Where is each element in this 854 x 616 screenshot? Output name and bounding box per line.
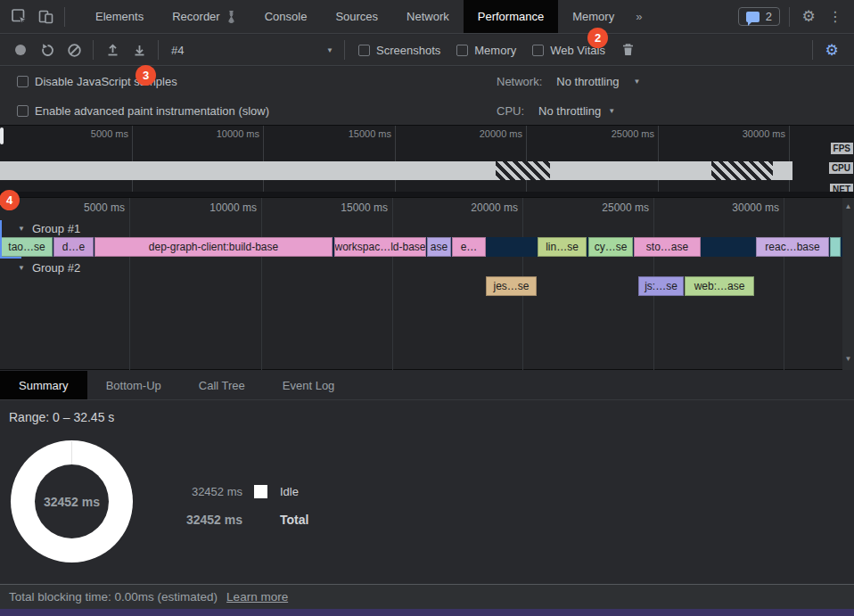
tab-sources[interactable]: Sources bbox=[321, 0, 392, 33]
load-profile-icon[interactable] bbox=[99, 37, 126, 63]
flame-chart[interactable]: 5000 ms10000 ms15000 ms20000 ms25000 ms3… bbox=[0, 198, 854, 370]
devtools-tabbar: ElementsRecorderConsoleSourcesNetworkPer… bbox=[0, 0, 854, 34]
donut-total-value: 32452 ms bbox=[44, 495, 100, 509]
fps-lane-chip: FPS bbox=[831, 143, 853, 154]
learn-more-link[interactable]: Learn more bbox=[226, 590, 288, 604]
more-tabs-button[interactable]: » bbox=[628, 0, 649, 33]
panel-tabs: ElementsRecorderConsoleSourcesNetworkPer… bbox=[81, 0, 628, 33]
flame-event-bar[interactable]: js:…se bbox=[638, 276, 684, 296]
overview-left-resize-handle[interactable] bbox=[0, 127, 4, 144]
flame-event-bar[interactable] bbox=[830, 237, 841, 257]
scroll-down-icon[interactable]: ▼ bbox=[842, 355, 854, 363]
overview-tick-label: 5000 ms bbox=[91, 128, 128, 139]
group-2-header[interactable]: ▼ Group #2 bbox=[0, 259, 838, 275]
overview-gridline bbox=[395, 126, 396, 193]
legend-row: 32452 msTotal bbox=[169, 505, 308, 533]
annotation-badge-4[interactable]: 4 bbox=[0, 190, 20, 210]
overview-tick-label: 20000 ms bbox=[480, 128, 522, 139]
issues-counter-button[interactable]: 2 bbox=[738, 7, 780, 26]
flame-event-bar[interactable]: d…e bbox=[53, 237, 94, 257]
settings-row-1: Disable JavaScript samples Network: No t… bbox=[0, 67, 854, 96]
advanced-paint-checkbox[interactable]: Enable advanced paint instrumentation (s… bbox=[17, 104, 269, 118]
issues-icon bbox=[746, 12, 760, 22]
checkbox-icon bbox=[17, 105, 29, 117]
group-1-header[interactable]: ▼ Group #1 bbox=[0, 220, 838, 236]
save-profile-icon[interactable] bbox=[126, 37, 152, 63]
cpu-hatched-region bbox=[711, 161, 773, 180]
network-throttling-control: Network: No throttling ▼ bbox=[497, 67, 640, 96]
session-history-select[interactable]: #4 ▼ bbox=[164, 44, 339, 57]
tab-console[interactable]: Console bbox=[250, 0, 322, 33]
chevron-down-icon[interactable]: ▼ bbox=[633, 78, 640, 86]
flame-event-bar[interactable]: jes…se bbox=[486, 276, 537, 296]
detail-tabs: SummaryBottom-UpCall TreeEvent Log bbox=[0, 371, 854, 400]
legend-swatch-spacer bbox=[254, 513, 267, 526]
capture-settings-gear-icon[interactable]: ⚙ bbox=[818, 37, 845, 63]
screenshots-checkbox[interactable]: Screenshots bbox=[358, 44, 440, 57]
capture-settings-pane: Disable JavaScript samples Network: No t… bbox=[0, 67, 854, 125]
detail-tab-call-tree[interactable]: Call Tree bbox=[180, 371, 264, 399]
annotation-badge-2[interactable]: 2 bbox=[587, 28, 608, 48]
detail-tab-bottom-up[interactable]: Bottom-Up bbox=[87, 371, 180, 399]
inspect-element-icon[interactable] bbox=[5, 4, 32, 30]
legend-value: 32452 ms bbox=[169, 485, 242, 498]
timeline-overview[interactable]: 5000 ms10000 ms15000 ms20000 ms25000 ms3… bbox=[0, 125, 854, 198]
tab-elements[interactable]: Elements bbox=[81, 0, 158, 33]
overview-gridline bbox=[789, 126, 790, 193]
donut-legend: 32452 msIdle32452 msTotal bbox=[169, 478, 308, 533]
legend-swatch bbox=[254, 485, 267, 498]
issues-count: 2 bbox=[766, 10, 772, 23]
flame-tick-label: 5000 ms bbox=[84, 201, 125, 214]
cpu-lane-chip: CPU bbox=[829, 162, 853, 174]
record-button[interactable] bbox=[7, 37, 34, 63]
flame-event-bar[interactable]: reac…base bbox=[756, 237, 829, 257]
selection-marker bbox=[0, 220, 2, 259]
flame-event-bar[interactable]: workspac…ld-base bbox=[334, 237, 426, 257]
overview-tick-label: 25000 ms bbox=[612, 128, 654, 139]
capture-option-checkboxes: ScreenshotsMemoryWeb Vitals bbox=[350, 44, 613, 57]
vertical-scrollbar[interactable]: ▲ ▼ bbox=[842, 198, 854, 370]
memory-checkbox[interactable]: Memory bbox=[456, 44, 516, 57]
trash-icon[interactable] bbox=[615, 37, 642, 63]
settings-row-2: Enable advanced paint instrumentation (s… bbox=[0, 96, 854, 126]
chevron-down-icon: ▼ bbox=[326, 46, 333, 54]
annotation-badge-3[interactable]: 3 bbox=[135, 65, 156, 86]
overview-gridline bbox=[132, 126, 133, 193]
device-toolbar-icon[interactable] bbox=[32, 4, 59, 30]
settings-gear-icon[interactable]: ⚙ bbox=[795, 4, 822, 30]
flame-event-bar[interactable]: dep-graph-client:build-base bbox=[94, 237, 333, 257]
tab-network[interactable]: Network bbox=[392, 0, 464, 33]
detail-tab-summary[interactable]: Summary bbox=[0, 371, 87, 399]
devtools-window: ElementsRecorderConsoleSourcesNetworkPer… bbox=[0, 0, 854, 616]
checkbox-icon bbox=[358, 45, 370, 56]
flame-event-bar[interactable]: ase bbox=[427, 237, 451, 257]
summary-panel: Range: 0 – 32.45 s 32452 ms 32452 msIdle… bbox=[0, 401, 854, 583]
flame-event-bar[interactable]: lin…se bbox=[538, 237, 587, 257]
detail-tab-event-log[interactable]: Event Log bbox=[264, 371, 354, 399]
scroll-up-icon[interactable]: ▲ bbox=[842, 202, 854, 210]
reload-and-record-button[interactable] bbox=[34, 37, 61, 63]
flame-tick-label: 20000 ms bbox=[471, 201, 518, 214]
chevron-down-icon[interactable]: ▼ bbox=[608, 107, 615, 115]
tab-performance[interactable]: Performance bbox=[464, 0, 558, 33]
status-bar: Total blocking time: 0.00ms (estimated) … bbox=[0, 584, 854, 609]
flame-event-bar[interactable]: web:…ase bbox=[685, 276, 754, 296]
group-1-label: Group #1 bbox=[32, 222, 80, 235]
selection-marker bbox=[0, 257, 21, 259]
group-2-label: Group #2 bbox=[32, 261, 80, 275]
flame-event-bar[interactable]: sto…ase bbox=[634, 237, 701, 257]
panel-settings: ⚙ bbox=[807, 37, 854, 63]
divider bbox=[812, 40, 813, 60]
checkbox-icon bbox=[456, 45, 468, 56]
flame-event-bar[interactable]: tao…se bbox=[1, 237, 53, 257]
cpu-throttling-select[interactable]: No throttling bbox=[538, 104, 601, 118]
flame-event-bar[interactable]: cy…se bbox=[588, 237, 633, 257]
kebab-menu-icon[interactable]: ⋮ bbox=[822, 4, 849, 30]
divider bbox=[93, 40, 94, 60]
tab-recorder[interactable]: Recorder bbox=[158, 0, 250, 33]
flame-event-bar[interactable]: e… bbox=[452, 237, 486, 257]
network-throttling-select[interactable]: No throttling bbox=[556, 75, 619, 88]
clear-button[interactable] bbox=[61, 37, 87, 63]
chevron-expanded-icon: ▼ bbox=[18, 225, 25, 233]
checkbox-label: Screenshots bbox=[376, 44, 440, 57]
